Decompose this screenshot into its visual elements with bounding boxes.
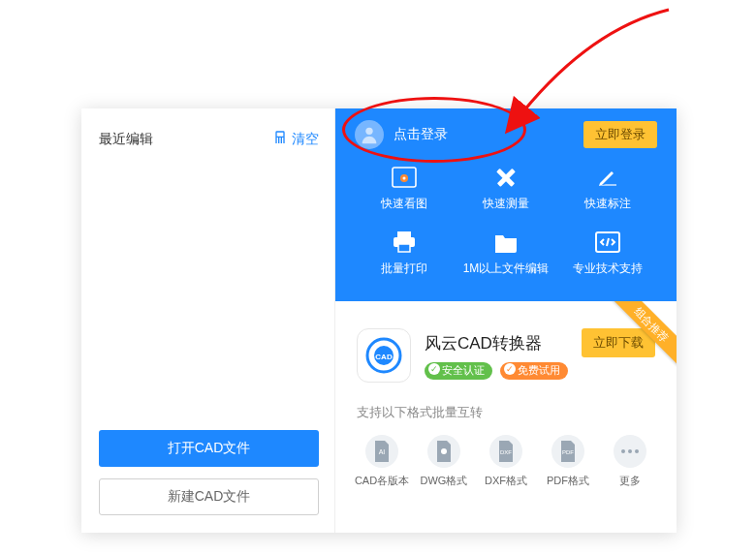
file-dxf-icon: DXF bbox=[489, 435, 522, 468]
image-icon bbox=[392, 165, 417, 190]
format-row: AI CAD各版本 DWG格式 DXF DXF格式 bbox=[357, 435, 655, 488]
folder-icon bbox=[493, 230, 519, 255]
ruler-cross-icon bbox=[493, 165, 519, 190]
badge-free: 免费试用 bbox=[500, 362, 568, 380]
promo-top-row: CAD 风云CAD转换器 安全认证 免费试用 立即下载 bbox=[357, 328, 655, 383]
login-row: 点击登录 立即登录 bbox=[355, 108, 657, 161]
svg-text:DXF: DXF bbox=[500, 449, 512, 455]
open-cad-button[interactable]: 打开CAD文件 bbox=[99, 430, 319, 467]
format-cad[interactable]: AI CAD各版本 bbox=[357, 435, 407, 488]
format-pdf[interactable]: PDF PDF格式 bbox=[543, 435, 593, 488]
promo-badges: 安全认证 免费试用 bbox=[425, 362, 568, 380]
feature-pro-support[interactable]: 专业技术支持 bbox=[559, 230, 657, 277]
svg-text:AI: AI bbox=[379, 448, 386, 455]
file-ai-icon: AI bbox=[365, 435, 398, 468]
recent-edits-title: 最近编辑 bbox=[99, 131, 153, 148]
click-login-label: 点击登录 bbox=[394, 126, 448, 143]
promo-info: 风云CAD转换器 安全认证 免费试用 bbox=[425, 332, 568, 380]
svg-rect-9 bbox=[398, 244, 410, 252]
feature-batch-print[interactable]: 批量打印 bbox=[355, 230, 453, 277]
code-icon bbox=[595, 230, 620, 255]
download-button[interactable]: 立即下载 bbox=[582, 328, 655, 357]
printer-icon bbox=[392, 230, 417, 255]
blue-feature-block: 点击登录 立即登录 快速看图 bbox=[335, 108, 677, 301]
avatar-icon bbox=[355, 120, 384, 149]
svg-rect-7 bbox=[397, 231, 411, 237]
svg-text:CAD: CAD bbox=[375, 353, 393, 361]
svg-rect-0 bbox=[276, 132, 284, 137]
app-window: 最近编辑 清空 打开CAD文件 新建CAD文件 bbox=[81, 108, 677, 533]
format-dwg[interactable]: DWG格式 bbox=[419, 435, 469, 488]
badge-safe: 安全认证 bbox=[425, 362, 492, 380]
format-dxf[interactable]: DXF DXF格式 bbox=[481, 435, 531, 488]
svg-point-4 bbox=[402, 177, 405, 180]
right-pane: 点击登录 立即登录 快速看图 bbox=[335, 108, 677, 533]
new-cad-button[interactable]: 新建CAD文件 bbox=[99, 478, 319, 515]
pencil-icon bbox=[595, 165, 620, 190]
feature-quick-measure[interactable]: 快速测量 bbox=[457, 165, 554, 212]
feature-quick-annotate[interactable]: 快速标注 bbox=[559, 165, 657, 212]
file-dwg-icon bbox=[427, 435, 460, 468]
svg-point-18 bbox=[621, 449, 625, 453]
svg-text:PDF: PDF bbox=[562, 449, 574, 455]
feature-quick-view[interactable]: 快速看图 bbox=[355, 165, 453, 212]
feature-large-file-edit[interactable]: 1M以上文件编辑 bbox=[457, 230, 554, 277]
promo-logo-icon: CAD bbox=[357, 328, 411, 383]
left-pane: 最近编辑 清空 打开CAD文件 新建CAD文件 bbox=[81, 108, 335, 533]
support-text: 支持以下格式批量互转 bbox=[357, 404, 655, 421]
clear-icon bbox=[272, 130, 288, 149]
promo-panel: 组合推荐 CAD 风云CAD转换器 安全认证 免费试用 bbox=[335, 301, 677, 533]
more-icon bbox=[614, 435, 646, 468]
file-pdf-icon: PDF bbox=[551, 435, 584, 468]
format-more[interactable]: 更多 bbox=[605, 435, 655, 488]
click-login[interactable]: 点击登录 bbox=[355, 120, 448, 149]
svg-point-1 bbox=[365, 128, 372, 135]
feature-grid: 快速看图 快速测量 bbox=[355, 161, 657, 277]
left-header: 最近编辑 清空 bbox=[99, 126, 319, 153]
clear-label: 清空 bbox=[292, 131, 319, 148]
promo-title: 风云CAD转换器 bbox=[425, 332, 568, 354]
svg-point-19 bbox=[628, 449, 632, 453]
clear-button[interactable]: 清空 bbox=[272, 130, 319, 149]
svg-point-20 bbox=[635, 449, 639, 453]
login-now-button[interactable]: 立即登录 bbox=[583, 121, 657, 148]
svg-point-15 bbox=[441, 448, 447, 454]
